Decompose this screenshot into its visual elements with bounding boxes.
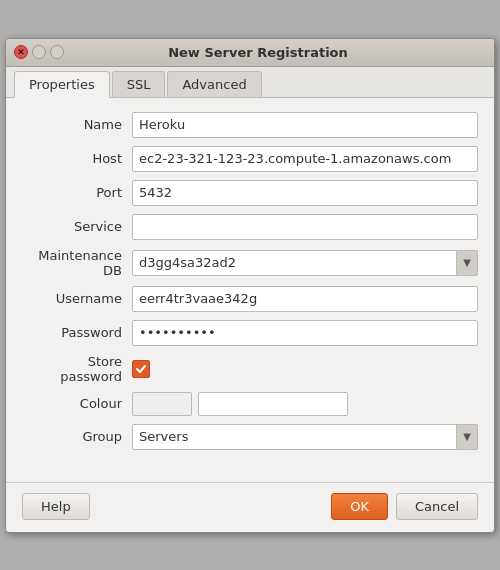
footer-right: OK Cancel: [331, 493, 478, 520]
service-field: [132, 214, 478, 240]
host-row: Host: [22, 146, 478, 172]
store-password-label: Store password: [22, 354, 132, 384]
form-content: Name Host Port Service: [6, 98, 494, 472]
colour-field: [132, 392, 478, 416]
password-row: Password: [22, 320, 478, 346]
name-field: [132, 112, 478, 138]
colour-preview-box[interactable]: [198, 392, 348, 416]
group-input[interactable]: [132, 424, 478, 450]
service-input[interactable]: [132, 214, 478, 240]
port-label: Port: [22, 185, 132, 200]
name-input[interactable]: [132, 112, 478, 138]
username-row: Username: [22, 286, 478, 312]
maintenance-db-label: Maintenance DB: [22, 248, 132, 278]
checkmark-icon: [135, 363, 147, 375]
tab-ssl[interactable]: SSL: [112, 71, 166, 97]
group-row: Group ▼: [22, 424, 478, 450]
port-input[interactable]: [132, 180, 478, 206]
titlebar: ✕ New Server Registration: [6, 39, 494, 67]
password-field: [132, 320, 478, 346]
main-window: ✕ New Server Registration Properties SSL…: [5, 38, 495, 533]
maintenance-db-row: Maintenance DB ▼: [22, 248, 478, 278]
host-field: [132, 146, 478, 172]
name-row: Name: [22, 112, 478, 138]
window-title: New Server Registration: [30, 45, 486, 60]
ok-button[interactable]: OK: [331, 493, 388, 520]
store-password-checkbox-wrapper: [132, 360, 150, 378]
help-button[interactable]: Help: [22, 493, 90, 520]
port-field: [132, 180, 478, 206]
store-password-checkbox[interactable]: [132, 360, 150, 378]
close-icon: ✕: [17, 47, 25, 57]
store-password-field: [132, 360, 478, 378]
port-row: Port: [22, 180, 478, 206]
store-password-row: Store password: [22, 354, 478, 384]
colour-label: Colour: [22, 396, 132, 411]
group-label: Group: [22, 429, 132, 444]
maintenance-db-field: ▼: [132, 250, 478, 276]
maintenance-db-input[interactable]: [132, 250, 478, 276]
username-input[interactable]: [132, 286, 478, 312]
footer: Help OK Cancel: [6, 482, 494, 532]
host-label: Host: [22, 151, 132, 166]
tabs-bar: Properties SSL Advanced: [6, 67, 494, 98]
name-label: Name: [22, 117, 132, 132]
password-label: Password: [22, 325, 132, 340]
password-input[interactable]: [132, 320, 478, 346]
group-select-wrapper: ▼: [132, 424, 478, 450]
username-label: Username: [22, 291, 132, 306]
service-label: Service: [22, 219, 132, 234]
tab-advanced[interactable]: Advanced: [167, 71, 261, 97]
host-input[interactable]: [132, 146, 478, 172]
close-button[interactable]: ✕: [14, 45, 28, 59]
colour-label-box[interactable]: [132, 392, 192, 416]
colour-row: Colour: [22, 392, 478, 416]
service-row: Service: [22, 214, 478, 240]
username-field: [132, 286, 478, 312]
maintenance-db-select-wrapper: ▼: [132, 250, 478, 276]
tab-properties[interactable]: Properties: [14, 71, 110, 98]
cancel-button[interactable]: Cancel: [396, 493, 478, 520]
group-field: ▼: [132, 424, 478, 450]
